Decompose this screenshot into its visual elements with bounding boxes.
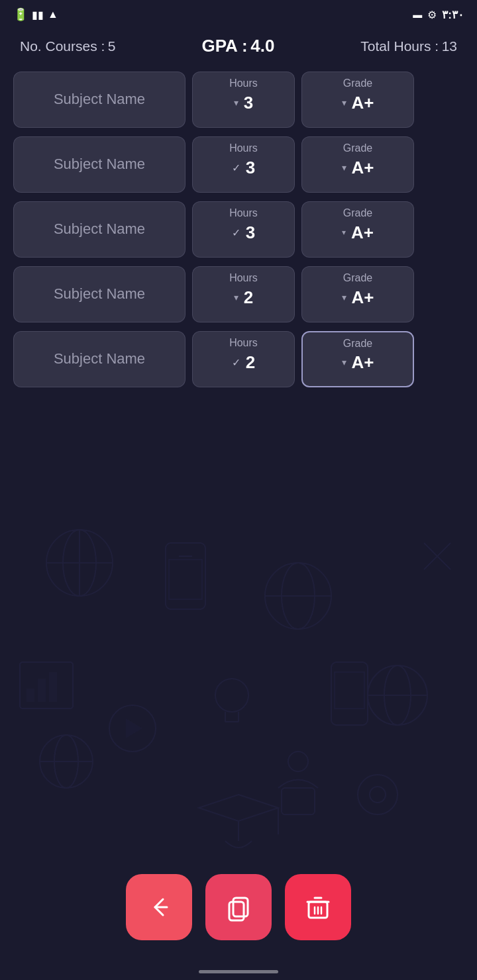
course-row: Subject Name Hours ✓ 2 Grade ▾ A+ <box>13 329 464 389</box>
course-row: Subject Name Hours ✓ 3 Grade ▾ A+ <box>13 199 464 259</box>
course-row: Subject Name Hours ▾ 3 Grade ▾ A+ <box>13 70 464 129</box>
svg-point-4 <box>265 563 331 629</box>
signal-icon: ▮▮ <box>32 9 44 21</box>
svg-point-0 <box>46 530 113 596</box>
dropdown-arrow-icon: ▾ <box>342 162 346 173</box>
course-row: Subject Name Hours ▾ 2 Grade ▾ A+ <box>13 264 464 324</box>
bottom-actions <box>0 874 477 940</box>
svg-rect-24 <box>38 679 46 702</box>
svg-marker-26 <box>199 795 278 821</box>
home-indicator <box>199 970 278 973</box>
svg-point-10 <box>40 735 93 788</box>
subject-name-input[interactable]: Subject Name <box>13 266 186 322</box>
wifi-icon: ▲ <box>48 9 58 21</box>
subject-name-input[interactable]: Subject Name <box>13 331 186 387</box>
hours-dropdown[interactable]: Hours ✓ 3 <box>192 136 295 193</box>
svg-point-8 <box>384 665 411 725</box>
battery-icon: 🔋 <box>13 7 28 22</box>
svg-rect-13 <box>166 543 205 609</box>
courses-count: No. Courses : 5 <box>20 38 116 54</box>
back-button[interactable] <box>126 874 192 940</box>
total-hours-label: Total Hours : <box>360 38 439 54</box>
svg-rect-38 <box>229 902 244 920</box>
dropdown-arrow-icon: ▾ <box>342 97 346 108</box>
grade-dropdown[interactable]: Grade ▾ A+ <box>301 331 414 387</box>
svg-rect-22 <box>20 662 73 709</box>
status-right: ▬ ⚙ ۳:۳۰ <box>413 8 464 22</box>
time-display: ۳:۳۰ <box>442 8 464 22</box>
courses-list: Subject Name Hours ▾ 3 Grade ▾ A+ Subjec… <box>0 70 477 389</box>
svg-point-32 <box>370 787 386 803</box>
sim-icon: ▬ <box>413 9 422 20</box>
grade-dropdown[interactable]: Grade ▾ A+ <box>301 136 414 193</box>
svg-rect-23 <box>26 689 34 702</box>
course-row: Subject Name Hours ✓ 3 Grade ▾ A+ <box>13 134 464 194</box>
total-hours-value: 13 <box>442 38 457 54</box>
svg-point-29 <box>109 705 156 752</box>
gpa-value: 4.0 <box>250 36 274 56</box>
grade-dropdown[interactable]: Grade ▾ A+ <box>301 266 414 322</box>
svg-rect-15 <box>169 560 202 599</box>
subject-name-input[interactable]: Subject Name <box>13 201 186 258</box>
dropdown-arrow-icon: ▾ <box>234 97 238 108</box>
gpa-label: GPA : <box>201 36 247 56</box>
hours-dropdown[interactable]: Hours ✓ 2 <box>192 331 295 387</box>
svg-point-7 <box>368 665 427 725</box>
dropdown-arrow-icon: ▾ <box>342 357 346 368</box>
dropdown-arrow-icon: ▾ <box>342 292 346 303</box>
status-left: 🔋 ▮▮ ▲ <box>13 7 58 22</box>
subject-name-input[interactable]: Subject Name <box>13 72 186 128</box>
svg-marker-30 <box>126 718 142 738</box>
settings-icon: ⚙ <box>427 9 437 21</box>
grade-dropdown[interactable]: Grade ▾ A+ <box>301 201 414 258</box>
check-icon: ✓ <box>232 356 240 369</box>
subject-name-input[interactable]: Subject Name <box>13 136 186 193</box>
grade-dropdown[interactable]: Grade ▾ A+ <box>301 72 414 128</box>
svg-point-11 <box>54 735 78 788</box>
check-icon: ✓ <box>232 162 240 174</box>
hours-dropdown[interactable]: Hours ▾ 2 <box>192 266 295 322</box>
gpa-display: GPA : 4.0 <box>201 36 274 56</box>
svg-rect-16 <box>331 662 368 725</box>
hours-dropdown[interactable]: Hours ✓ 3 <box>192 201 295 258</box>
header-stats: No. Courses : 5 GPA : 4.0 Total Hours : … <box>0 29 477 70</box>
svg-rect-25 <box>49 672 57 702</box>
svg-rect-37 <box>233 898 248 916</box>
svg-point-31 <box>358 775 398 814</box>
courses-count-value: 5 <box>108 38 116 54</box>
check-icon: ✓ <box>232 226 240 239</box>
delete-button[interactable] <box>285 874 351 940</box>
svg-rect-17 <box>335 672 364 709</box>
svg-rect-34 <box>282 788 315 814</box>
total-hours: Total Hours : 13 <box>360 38 457 54</box>
copy-button[interactable] <box>205 874 272 940</box>
dropdown-arrow-icon: ▾ <box>342 228 346 237</box>
svg-point-1 <box>63 530 96 596</box>
svg-point-5 <box>282 563 315 629</box>
courses-count-label: No. Courses : <box>20 38 105 54</box>
status-bar: 🔋 ▮▮ ▲ ▬ ⚙ ۳:۳۰ <box>0 0 477 29</box>
svg-point-18 <box>215 679 248 712</box>
svg-point-33 <box>288 752 308 771</box>
dropdown-arrow-icon: ▾ <box>234 292 238 303</box>
hours-dropdown[interactable]: Hours ▾ 3 <box>192 72 295 128</box>
